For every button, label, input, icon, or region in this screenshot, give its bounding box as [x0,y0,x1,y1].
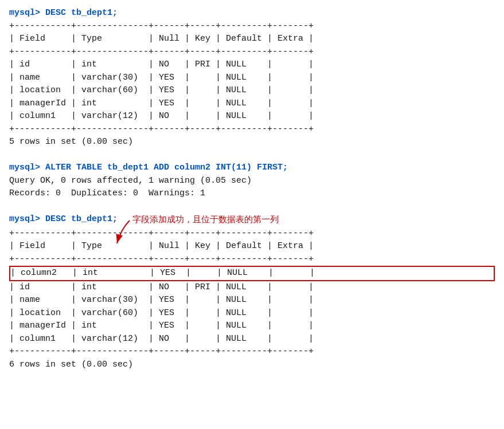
table1-row-3: | location | varchar(60) | YES | | NULL … [9,84,495,97]
table2-highlighted-row: | column2 | int | YES | | NULL | | [9,266,495,281]
table2: +-----------+--------------+------+-----… [9,227,495,359]
cmd3-row: mysql> DESC tb_dept1; 字段添加成功，且位于数据表的第一列 [9,213,495,226]
table1-row-2: | name | varchar(30) | YES | | NULL | | [9,72,495,85]
table2-sep-mid: +-----------+--------------+------+-----… [9,253,495,266]
cmd1-line: mysql> DESC tb_dept1; [9,7,495,20]
table2-header: | Field | Type | Null | Key | Default | … [9,240,495,253]
alter-cmd-line: mysql> ALTER TABLE tb_dept1 ADD column2 … [9,162,495,175]
table2-row-2: | name | varchar(30) | YES | | NULL | | [9,294,495,307]
table1-row-4: | managerId | int | YES | | NULL | | [9,97,495,111]
alter-result2: Records: 0 Duplicates: 0 Warnings: 1 [9,187,495,200]
table2-sep-top: +-----------+--------------+------+-----… [9,227,495,241]
rows-info-2: 6 rows in set (0.00 sec) [9,359,495,372]
table2-row-3: | location | varchar(60) | YES | | NULL … [9,307,495,320]
annotation-text: 字段添加成功，且位于数据表的第一列 [132,213,279,226]
alter-result1-line: Query OK, 0 rows affected, 1 warning (0.… [9,175,495,188]
column2-row: | column2 | int | YES | | NULL | | [10,268,315,278]
table1-sep-bot: +-----------+--------------+------+-----… [9,123,495,136]
alter-result1: Query OK, 0 rows affected, 1 warning (0.… [9,175,495,188]
table2-row-1: | id | int | NO | PRI | NULL | | [9,281,495,294]
table1-row-5: | column1 | varchar(12) | NO | | NULL | … [9,110,495,123]
table1-header: | Field | Type | Null | Key | Default | … [9,33,495,46]
cmd1-text: mysql> DESC tb_dept1; [9,7,495,20]
table2-sep-bot: +-----------+--------------+------+-----… [9,345,495,359]
cmd2-text: mysql> ALTER TABLE tb_dept1 ADD column2 … [9,162,495,175]
rows-info-1: 5 rows in set (0.00 sec) [9,136,495,149]
table1-sep-mid: +-----------+--------------+------+-----… [9,46,495,59]
table2-row-5: | column1 | varchar(12) | NO | | NULL | … [9,333,495,346]
annotation-arrow [112,218,147,246]
terminal-output: mysql> DESC tb_dept1; +-----------+-----… [9,7,495,371]
table1: +-----------+--------------+------+-----… [9,20,495,136]
alter-result2-line: Records: 0 Duplicates: 0 Warnings: 1 [9,187,495,200]
table1-sep-top: +-----------+--------------+------+-----… [9,20,495,33]
table2-row-4: | managerId | int | YES | | NULL | | [9,320,495,333]
annotation-wrapper: 字段添加成功，且位于数据表的第一列 [121,213,279,226]
table1-row-1: | id | int | NO | PRI | NULL | | [9,58,495,72]
cmd3-text: mysql> DESC tb_dept1; [9,213,118,226]
